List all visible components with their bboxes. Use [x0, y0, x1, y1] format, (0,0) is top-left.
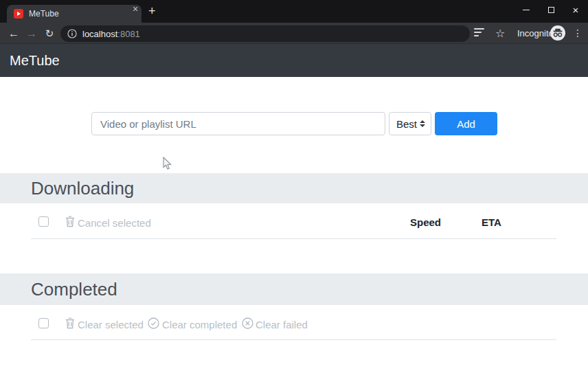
- extension-lines-icon[interactable]: [474, 28, 484, 36]
- browser-menu-icon[interactable]: ⋮: [573, 23, 583, 44]
- check-circle-icon: [148, 317, 159, 332]
- window-minimize-button[interactable]: [514, 0, 539, 19]
- select-stepper-icon: [420, 120, 425, 127]
- clear-failed-button[interactable]: Clear failed: [256, 319, 308, 330]
- back-button[interactable]: ←: [7, 23, 21, 44]
- tab-title: MeTube: [29, 9, 59, 19]
- window-close-button[interactable]: ×: [563, 0, 588, 19]
- quality-selected-value: Best: [396, 118, 417, 130]
- tab-close-icon[interactable]: ×: [133, 4, 138, 14]
- mouse-cursor: [163, 157, 173, 173]
- downloading-divider: [31, 238, 556, 239]
- bookmark-star-icon[interactable]: ☆: [495, 23, 505, 44]
- browser-tab[interactable]: MeTube: [7, 5, 142, 23]
- cancel-selected-button[interactable]: Cancel selected: [78, 217, 151, 229]
- site-info-icon[interactable]: [67, 29, 77, 38]
- url-host: localhost: [82, 29, 117, 39]
- window-controls: ×: [514, 0, 588, 19]
- trash-icon: [65, 216, 75, 230]
- downloading-toolbar: Cancel selected Speed ETA: [0, 206, 588, 239]
- add-form: Best Add: [91, 112, 497, 135]
- incognito-label: Incognito: [517, 23, 554, 44]
- completed-divider: [31, 339, 556, 340]
- address-bar[interactable]: localhost:8081: [60, 25, 470, 42]
- browser-toolbar: ← → ↻ localhost:8081 ☆ Incognito ⋮: [0, 23, 588, 44]
- app-brand[interactable]: MeTube: [10, 44, 60, 77]
- downloading-section-header: Downloading: [0, 173, 588, 203]
- metube-favicon-icon: [14, 9, 23, 19]
- app-navbar: MeTube: [0, 44, 588, 77]
- completed-toolbar: Clear selected Clear completed Clear fai…: [0, 308, 588, 341]
- maximize-icon: [548, 7, 554, 13]
- reload-button[interactable]: ↻: [43, 23, 56, 44]
- downloading-select-all-checkbox[interactable]: [38, 216, 49, 227]
- trash-icon: [65, 317, 75, 332]
- browser-titlebar: MeTube × + ×: [0, 0, 588, 23]
- add-button[interactable]: Add: [435, 112, 497, 135]
- completed-title: Completed: [31, 273, 117, 305]
- new-tab-button[interactable]: +: [148, 4, 156, 19]
- x-circle-icon: [242, 317, 253, 332]
- clear-completed-button[interactable]: Clear completed: [162, 319, 237, 330]
- clear-selected-button[interactable]: Clear selected: [78, 319, 144, 330]
- incognito-avatar-icon[interactable]: [550, 25, 565, 41]
- downloading-title: Downloading: [31, 173, 134, 203]
- window-maximize-button[interactable]: [539, 0, 563, 19]
- speed-column-header: Speed: [410, 216, 441, 228]
- completed-section-header: Completed: [0, 273, 588, 305]
- minimize-icon: [523, 10, 530, 10]
- url-port: :8081: [117, 29, 140, 39]
- quality-select[interactable]: Best: [389, 112, 431, 135]
- forward-button[interactable]: →: [25, 23, 38, 44]
- eta-column-header: ETA: [482, 216, 501, 228]
- url-input[interactable]: [91, 112, 385, 135]
- completed-select-all-checkbox[interactable]: [38, 318, 49, 328]
